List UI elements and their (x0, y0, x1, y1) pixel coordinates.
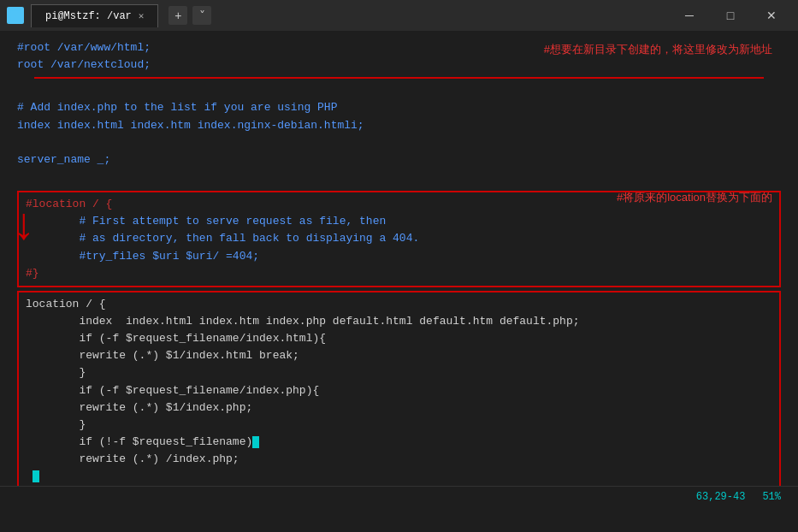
active-line-6: if (-f $request_filename/index.php){ (26, 382, 772, 399)
commented-line-3: # as directory, then fall back to displa… (26, 230, 772, 247)
active-line-7: rewrite (.*) $1/index.php; (26, 399, 772, 417)
active-line-4: rewrite (.*) $1/index.html break; (26, 347, 772, 364)
active-line-10: rewrite (.*) /index.php; (26, 451, 772, 468)
tab-dropdown-button[interactable]: ˅ (192, 6, 211, 25)
active-line-1: location / { (26, 296, 772, 313)
commented-line-2: # First attempt to serve request as file… (26, 213, 772, 230)
app-icon (7, 7, 24, 24)
code-block-index: # Add index.php to the list if you are u… (17, 80, 781, 187)
tab-close-button[interactable]: ✕ (139, 10, 145, 21)
active-line-5: } (26, 364, 772, 381)
titlebar: pi@Mstzf: /var ✕ + ˅ ─ □ ✕ (0, 0, 798, 31)
commented-line-5: #} (26, 265, 772, 282)
down-arrow-icon: ↓ (10, 205, 37, 250)
tab-title: pi@Mstzf: /var (45, 10, 132, 22)
window-controls: ─ □ ✕ (670, 0, 791, 31)
active-location-block: location / { index index.html index.htm … (17, 291, 781, 506)
code-line-servername: server_name _; (17, 151, 781, 168)
close-window-button[interactable]: ✕ (752, 0, 791, 31)
red-divider-line (34, 77, 764, 79)
active-tab[interactable]: pi@Mstzf: /var ✕ (31, 4, 158, 27)
annotation-1: #想要在新目录下创建的，将这里修改为新地址 (544, 41, 772, 58)
active-line-9: if (!-f $request_filename) (26, 434, 772, 451)
scroll-percent: 51% (762, 491, 781, 503)
code-line-index: index index.html index.htm index.nginx-d… (17, 117, 781, 134)
code-line-empty-1 (17, 82, 781, 99)
code-line-add-index: # Add index.php to the list if you are u… (17, 99, 781, 116)
editor-area: #root /var/www/html; root /var/nextcloud… (0, 31, 798, 506)
commented-line-1: #location / { (26, 196, 772, 213)
active-line-8: } (26, 417, 772, 434)
cursor-position: 63,29-43 (696, 491, 746, 503)
commented-line-4: #try_files $uri $uri/ =404; (26, 248, 772, 265)
code-content: #root /var/www/html; root /var/nextcloud… (0, 31, 798, 506)
code-line-empty-3 (17, 168, 781, 186)
active-line-3: if (-f $request_filename/index.html){ (26, 330, 772, 347)
minimize-button[interactable]: ─ (670, 0, 709, 31)
active-line-2: index index.html index.htm index.php def… (26, 313, 772, 330)
code-line-2: root /var/nextcloud; (17, 56, 781, 74)
svg-rect-0 (10, 10, 21, 21)
maximize-button[interactable]: □ (711, 0, 750, 31)
code-line-empty-2 (17, 134, 781, 151)
new-tab-button[interactable]: + (168, 6, 187, 25)
statusbar: 63,29-43 51% (0, 486, 798, 506)
commented-location-block: #location / { # First attempt to serve r… (17, 191, 781, 287)
active-line-11 (26, 468, 772, 485)
tab-controls: + ˅ (168, 6, 211, 25)
